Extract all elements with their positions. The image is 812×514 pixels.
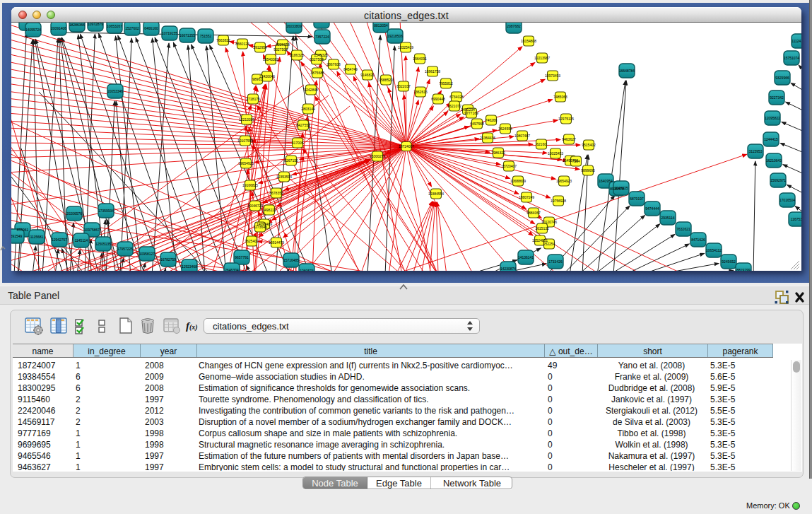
svg-text:3624554: 3624554 (498, 127, 512, 131)
svg-text:8186323: 8186323 (290, 53, 304, 57)
svg-text:8267150: 8267150 (284, 158, 298, 163)
svg-text:18286366: 18286366 (69, 23, 85, 27)
svg-text:8427552: 8427552 (296, 123, 310, 127)
svg-text:10807487: 10807487 (514, 134, 530, 138)
svg-text:16782759: 16782759 (160, 257, 176, 262)
svg-text:15692971: 15692971 (770, 178, 786, 182)
svg-text:417006: 417006 (292, 141, 304, 145)
svg-text:19218506: 19218506 (387, 34, 403, 38)
svg-text:746266: 746266 (486, 118, 498, 122)
svg-text:16033809: 16033809 (286, 24, 302, 28)
svg-text:19654925: 19654925 (238, 161, 254, 165)
svg-text:14136141: 14136141 (518, 255, 534, 259)
svg-text:8813054: 8813054 (374, 23, 388, 28)
svg-text:6734028: 6734028 (449, 95, 464, 99)
svg-text:9245652: 9245652 (722, 259, 736, 264)
svg-text:10120746: 10120746 (541, 220, 557, 224)
svg-text:9463627: 9463627 (562, 137, 576, 141)
svg-text:3875685: 3875685 (310, 71, 324, 75)
svg-text:7357224: 7357224 (315, 35, 329, 39)
svg-text:9884067: 9884067 (526, 211, 541, 215)
svg-text:1273646: 1273646 (253, 225, 267, 229)
svg-text:21364436: 21364436 (480, 136, 495, 140)
svg-text:7564: 7564 (572, 159, 579, 163)
svg-text:7986322: 7986322 (491, 151, 505, 155)
svg-text:1564091: 1564091 (413, 57, 427, 61)
svg-text:10107553: 10107553 (237, 139, 253, 143)
svg-text:2803144: 2803144 (301, 107, 315, 111)
svg-text:10653267: 10653267 (107, 24, 122, 28)
svg-text:13325419: 13325419 (398, 45, 413, 49)
svg-text:1048925: 1048925 (614, 186, 628, 190)
svg-text:10958127: 10958127 (139, 252, 155, 256)
svg-text:12213987: 12213987 (534, 56, 550, 60)
svg-text:9899695: 9899695 (581, 168, 595, 173)
svg-text:20053346: 20053346 (107, 89, 123, 93)
svg-text:19384554: 19384554 (428, 192, 444, 196)
svg-text:2935114: 2935114 (661, 216, 674, 220)
svg-text:8660124: 8660124 (235, 42, 249, 46)
svg-text:9327508: 9327508 (310, 57, 324, 62)
svg-text:1640954: 1640954 (599, 179, 613, 183)
svg-text:15716485: 15716485 (283, 258, 299, 262)
svg-text:2646304: 2646304 (225, 268, 239, 271)
svg-text:12942757: 12942757 (52, 238, 67, 242)
svg-text:9329966: 9329966 (775, 76, 789, 80)
svg-text:5912954: 5912954 (253, 45, 267, 49)
svg-text:16914479: 16914479 (269, 240, 284, 245)
svg-text:7632621: 7632621 (676, 227, 690, 231)
svg-text:15300275: 15300275 (370, 154, 385, 158)
svg-text:10046726: 10046726 (247, 204, 263, 208)
svg-text:9657791: 9657791 (235, 255, 249, 259)
svg-text:10654112: 10654112 (706, 248, 722, 252)
svg-text:(x): (x) (189, 323, 198, 332)
svg-text:1733426: 1733426 (548, 259, 563, 264)
svg-text:16961758: 16961758 (425, 69, 440, 74)
svg-text:7625402: 7625402 (245, 239, 259, 243)
svg-text:20206576: 20206576 (66, 211, 82, 216)
svg-text:1527602: 1527602 (125, 26, 139, 30)
svg-text:7955812: 7955812 (439, 81, 453, 86)
svg-text:16648784: 16648784 (619, 69, 635, 73)
svg-text:16543382: 16543382 (263, 57, 278, 62)
svg-text:8678352: 8678352 (269, 191, 283, 195)
svg-text:9515402: 9515402 (582, 143, 596, 147)
svg-text:15751074: 15751074 (784, 56, 799, 60)
svg-text:12213389: 12213389 (239, 117, 254, 122)
svg-text:12505135: 12505135 (95, 242, 111, 246)
svg-text:18724007: 18724007 (399, 144, 414, 148)
svg-text:7663822: 7663822 (216, 38, 230, 42)
svg-text:10973493: 10973493 (545, 74, 560, 78)
svg-text:9242848: 9242848 (304, 88, 318, 92)
svg-text:1588520: 1588520 (379, 78, 393, 82)
svg-text:20091406: 20091406 (51, 26, 66, 30)
svg-text:10025453: 10025453 (548, 151, 563, 156)
svg-text:8322037: 8322037 (396, 84, 411, 88)
svg-text:19756928: 19756928 (551, 199, 566, 203)
svg-text:10972879: 10972879 (88, 23, 103, 26)
svg-text:6990448: 6990448 (431, 97, 445, 101)
svg-text:1244415: 1244415 (764, 137, 778, 141)
svg-text:19166825: 19166825 (242, 183, 258, 187)
svg-text:9146821: 9146821 (360, 73, 375, 77)
svg-text:391549: 391549 (11, 234, 23, 238)
svg-text:16154808: 16154808 (521, 39, 536, 43)
svg-text:14055724: 14055724 (25, 28, 41, 32)
svg-text:12095822: 12095822 (765, 116, 780, 120)
svg-text:1615132: 1615132 (535, 226, 549, 230)
svg-text:12975115: 12975115 (558, 117, 574, 121)
svg-text:8226058: 8226058 (276, 42, 290, 47)
svg-text:12923468: 12923468 (182, 264, 197, 269)
svg-text:8471626: 8471626 (691, 238, 705, 242)
svg-text:17359934: 17359934 (98, 209, 114, 213)
svg-text:6497568: 6497568 (470, 122, 484, 126)
svg-text:751552: 751552 (200, 34, 212, 38)
svg-text:18807249: 18807249 (519, 195, 534, 199)
svg-text:6879197: 6879197 (630, 197, 644, 201)
svg-text:17016504: 17016504 (779, 198, 795, 202)
svg-text:8454749: 8454749 (343, 67, 358, 71)
svg-text:9227342: 9227342 (770, 95, 784, 100)
svg-text:10975867: 10975867 (84, 228, 100, 232)
svg-text:10688609: 10688609 (510, 179, 526, 183)
svg-text:6466160: 6466160 (144, 26, 158, 30)
